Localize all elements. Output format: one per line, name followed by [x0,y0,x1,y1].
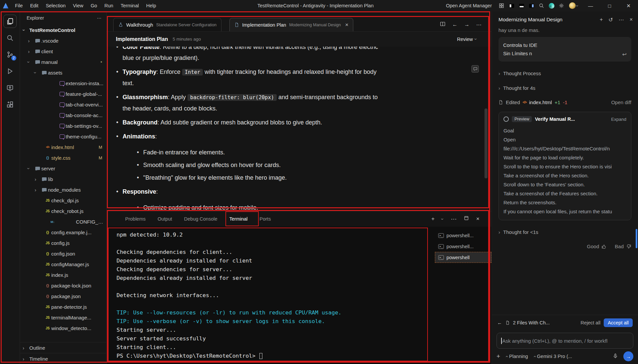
tree-item[interactable]: lib [20,174,106,184]
tree-root-testremotecontrol[interactable]: TestRemoteControl [20,25,106,35]
terminal-instance-item[interactable]: >_ powershell... [435,241,491,252]
terminal-instance-item[interactable]: >_ powershell [435,252,491,263]
toggle-secondary-sidebar-icon[interactable] [526,1,536,10]
editor-scrollbar[interactable] [484,108,487,178]
close-tab-icon[interactable] [345,22,348,28]
menu-edit[interactable]: Edit [26,0,42,11]
attach-plus-icon[interactable]: + [496,353,500,360]
activity-run-debug-icon[interactable] [3,65,17,78]
activity-search-icon[interactable] [3,31,17,45]
agent-chat-input[interactable]: Ask anything (Ctrl+L), @ to mention, / f… [496,333,633,349]
tree-item[interactable]: .vscode [20,35,106,46]
menu-run[interactable]: Run [101,0,117,11]
tree-item[interactable]: assets [20,67,106,78]
tab-implementation-plan[interactable]: Implementation Plan Modernizing Manual D… [229,18,353,31]
menu-selection[interactable]: Selection [42,0,69,11]
split-editor-icon[interactable] [440,21,446,28]
agent-scrollbar[interactable] [636,229,637,248]
reject-all-button[interactable]: Reject all [580,320,600,325]
panel-more-actions-icon[interactable] [451,216,457,223]
menu-file[interactable]: File [11,0,26,11]
navigate-back-icon[interactable] [452,22,458,28]
tree-item[interactable]: JS index.js [20,270,106,280]
menu-go[interactable]: Go [87,0,101,11]
ag-more-actions-icon[interactable] [619,17,624,23]
editor-more-actions-icon[interactable] [476,22,481,28]
tree-item[interactable]: node_modules [20,184,106,195]
search-icon[interactable] [536,1,546,10]
new-terminal-icon[interactable] [431,216,435,222]
tree-item[interactable]: JS check_dpi.js [20,195,106,206]
thought-process-row[interactable]: Thought Process [498,71,631,76]
send-button[interactable]: → [623,351,633,361]
open-diff-button[interactable]: Open diff [611,99,631,105]
accept-all-button[interactable]: Accept all [604,318,633,327]
mode-selector[interactable]: Planning [505,354,528,359]
panel-tab[interactable]: Problems [119,211,152,227]
tree-item[interactable]: server [20,163,106,174]
activity-explorer-icon[interactable] [3,15,17,28]
layout-grid-icon[interactable] [496,1,506,10]
edited-file-row[interactable]: Edited </> index.html +1 -1 Open diff [498,99,631,105]
tree-item[interactable]: {} package.json [20,291,106,301]
tree-item[interactable]: {} style.css M [20,152,106,163]
panel-tab[interactable]: Debug Console [178,211,223,227]
toggle-panel-icon[interactable] [516,1,526,10]
new-conversation-icon[interactable] [600,17,603,23]
panel-tab[interactable]: Ports [254,211,277,227]
tree-item[interactable]: JS pane-detector.js [20,301,106,312]
tree-item[interactable]: extension-insta... [20,78,106,89]
restore-checkpoint-icon[interactable] [622,51,627,58]
add-comment-icon[interactable] [472,65,479,73]
antigravity-agent-icon[interactable] [546,1,556,10]
expand-button[interactable]: Expand [611,117,626,122]
thumbs-up-icon[interactable] [601,244,607,249]
tree-item[interactable]: tab-console-ac... [20,110,106,120]
close-panel-icon[interactable] [476,216,479,222]
model-selector[interactable]: Gemini 3 Pro (... [533,354,572,359]
explorer-more-actions-icon[interactable] [97,15,102,21]
toggle-primary-sidebar-icon[interactable] [506,1,516,10]
tree-item[interactable]: theme-configu... [20,131,106,142]
outline-section[interactable]: Outline [20,342,106,353]
thumbs-down-icon[interactable] [626,244,631,249]
tree-item[interactable]: JS config.js [20,238,106,248]
tree-item[interactable]: tab-chat-overvi... [20,99,106,110]
terminal-output[interactable]: npm detected: 10.9.2Checking dependencie… [107,227,435,364]
panel-tab[interactable]: Output [152,211,178,227]
terminal-profile-chevron-icon[interactable] [442,217,444,222]
settings-gear-icon[interactable] [556,1,566,10]
tree-item[interactable]: JS window_detecto... [20,323,106,333]
thought-duration-row[interactable]: Thought for 4s [498,85,631,91]
close-window-button[interactable]: × [619,0,638,11]
good-label[interactable]: Good [587,244,599,249]
menu-help[interactable]: Help [143,0,160,11]
menu-terminal[interactable]: Terminal [117,0,143,11]
thought-fast-row[interactable]: Thought for <1s [498,229,631,235]
close-agent-panel-icon[interactable] [630,17,633,23]
tree-item[interactable]: M↓ CONFIG_READM... [20,216,106,227]
maximize-button[interactable]: □ [600,0,619,11]
agent-conversation[interactable]: hay una n de mas. Controla tu IDE Sin Lí… [492,28,638,315]
tree-item[interactable]: JS check_robot.js [20,206,106,216]
tree-item[interactable]: {} package-lock.json [20,280,106,291]
history-icon[interactable] [608,17,613,23]
tree-item[interactable]: {} config.json [20,248,106,259]
open-agent-manager-button[interactable]: Open Agent Manager [446,3,492,8]
timeline-section[interactable]: Timeline [20,353,106,364]
microphone-icon[interactable] [613,353,618,360]
tree-item[interactable]: manual ● [20,57,106,67]
bad-label[interactable]: Bad [615,244,624,249]
tree-item[interactable]: JS terminalManage... [20,312,106,323]
panel-tab[interactable]: Terminal [223,211,254,227]
activity-extensions-icon[interactable] [3,98,17,111]
tree-item[interactable]: client [20,46,106,57]
tree-item[interactable]: feature-global-... [20,89,106,99]
activity-source-control-icon[interactable]: 2 [3,48,17,61]
activity-remote-explorer-icon[interactable] [3,81,17,94]
browser-preview-tool-card[interactable]: Preview Verify Manual R... Expand GoalOp… [498,112,631,220]
account-avatar[interactable] [569,2,578,9]
minimize-button[interactable]: — [581,0,600,11]
navigate-forward-icon[interactable] [464,22,470,28]
tree-item[interactable]: tab-settings-ov... [20,120,106,131]
